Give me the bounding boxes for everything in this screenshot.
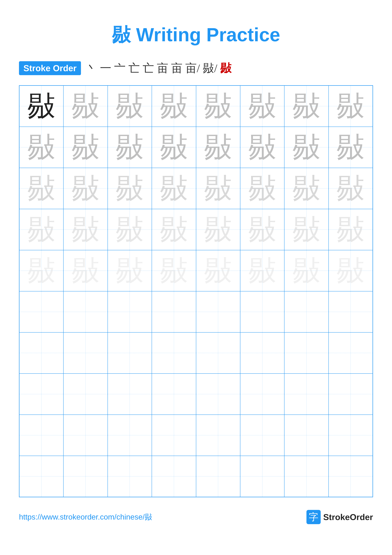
grid-cell[interactable] [284, 332, 328, 373]
practice-grid: 敡 敡 敡 敡 敡 敡 敡 敡 敡 敡 敡 敡 敡 敡 敡 敡 敡 敡 敡 敡 … [19, 85, 373, 497]
grid-cell[interactable] [108, 332, 152, 373]
grid-cell[interactable]: 敡 [108, 127, 152, 168]
grid-cell[interactable]: 敡 [152, 209, 196, 250]
grid-cell[interactable] [152, 373, 196, 415]
stroke-order-badge: Stroke Order [19, 61, 81, 75]
grid-cell[interactable] [240, 291, 284, 332]
grid-cell[interactable]: 敡 [19, 250, 64, 291]
grid-cell[interactable]: 敡 [19, 168, 64, 209]
grid-cell[interactable]: 敡 [328, 209, 373, 250]
grid-cell[interactable] [240, 415, 284, 456]
footer-url[interactable]: https://www.strokeorder.com/chinese/敡 [19, 512, 152, 522]
grid-cell[interactable]: 敡 [240, 86, 284, 127]
grid-cell[interactable] [240, 373, 284, 415]
grid-cell[interactable]: 敡 [284, 209, 328, 250]
grid-cell[interactable] [152, 415, 196, 456]
grid-cell[interactable]: 敡 [108, 209, 152, 250]
grid-cell[interactable] [328, 291, 373, 332]
grid-cell[interactable]: 敡 [328, 86, 373, 127]
grid-cell[interactable]: 敡 [108, 86, 152, 127]
grid-cell[interactable] [19, 332, 64, 373]
grid-cell[interactable]: 敡 [152, 168, 196, 209]
grid-cell[interactable]: 敡 [108, 168, 152, 209]
page-title: 敡 Writing Practice [19, 22, 373, 48]
grid-cell[interactable] [328, 415, 373, 456]
grid-cell[interactable]: 敡 [64, 127, 107, 168]
grid-cell[interactable] [284, 373, 328, 415]
grid-cell[interactable]: 敡 [64, 250, 107, 291]
grid-cell[interactable] [196, 415, 240, 456]
grid-cell[interactable] [19, 415, 64, 456]
grid-cell[interactable]: 敡 [196, 127, 240, 168]
grid-cell[interactable] [108, 456, 152, 497]
grid-cell[interactable] [108, 415, 152, 456]
grid-cell[interactable] [19, 373, 64, 415]
grid-cell[interactable] [328, 456, 373, 497]
grid-cell[interactable]: 敡 [240, 209, 284, 250]
grid-cell[interactable]: 敡 [19, 209, 64, 250]
grid-cell[interactable] [284, 456, 328, 497]
grid-cell[interactable]: 敡 [152, 250, 196, 291]
grid-cell[interactable]: 敡 [196, 86, 240, 127]
stroke-order-row: Stroke Order 丶 一 亠 亡 亡 亩 亩 亩/ 敡/ 敡 [19, 61, 373, 76]
grid-cell[interactable]: 敡 [196, 209, 240, 250]
grid-cell[interactable]: 敡 [152, 127, 196, 168]
grid-cell[interactable]: 敡 [196, 250, 240, 291]
grid-cell[interactable]: 敡 [108, 250, 152, 291]
grid-cell[interactable] [152, 332, 196, 373]
stroke-sequence: 丶 一 亠 亡 亡 亩 亩 亩/ 敡/ 敡 [86, 61, 231, 76]
grid-cell[interactable]: 敡 [284, 127, 328, 168]
grid-cell[interactable]: 敡 [64, 168, 107, 209]
grid-cell[interactable] [64, 373, 107, 415]
grid-cell[interactable] [328, 332, 373, 373]
footer: https://www.strokeorder.com/chinese/敡 字 … [19, 510, 373, 524]
grid-cell[interactable]: 敡 [19, 86, 64, 127]
grid-cell[interactable] [108, 291, 152, 332]
grid-cell[interactable] [240, 332, 284, 373]
grid-cell[interactable] [240, 456, 284, 497]
grid-cell[interactable]: 敡 [284, 86, 328, 127]
footer-logo: 字 StrokeOrder [306, 510, 373, 524]
footer-logo-text: StrokeOrder [323, 512, 373, 522]
grid-cell[interactable] [108, 373, 152, 415]
grid-cell[interactable] [284, 415, 328, 456]
grid-cell[interactable]: 敡 [328, 127, 373, 168]
grid-cell[interactable] [152, 291, 196, 332]
grid-cell[interactable]: 敡 [240, 127, 284, 168]
grid-cell[interactable]: 敡 [284, 168, 328, 209]
grid-cell[interactable] [64, 291, 107, 332]
grid-cell[interactable]: 敡 [240, 250, 284, 291]
grid-cell[interactable] [19, 456, 64, 497]
grid-cell[interactable] [196, 291, 240, 332]
strokeorder-logo-icon: 字 [306, 510, 321, 524]
grid-cell[interactable]: 敡 [284, 250, 328, 291]
grid-cell[interactable]: 敡 [240, 168, 284, 209]
grid-cell[interactable] [64, 332, 107, 373]
grid-cell[interactable]: 敡 [152, 86, 196, 127]
grid-cell[interactable]: 敡 [64, 86, 107, 127]
grid-cell[interactable]: 敡 [328, 250, 373, 291]
grid-cell[interactable] [196, 373, 240, 415]
grid-cell[interactable]: 敡 [196, 168, 240, 209]
grid-cell[interactable] [19, 291, 64, 332]
grid-cell[interactable] [328, 373, 373, 415]
grid-cell[interactable]: 敡 [328, 168, 373, 209]
grid-cell[interactable] [64, 415, 107, 456]
grid-cell[interactable] [284, 291, 328, 332]
grid-cell[interactable] [64, 456, 107, 497]
grid-cell[interactable]: 敡 [64, 209, 107, 250]
grid-cell[interactable] [196, 456, 240, 497]
grid-cell[interactable]: 敡 [19, 127, 64, 168]
grid-cell[interactable] [152, 456, 196, 497]
grid-cell[interactable] [196, 332, 240, 373]
